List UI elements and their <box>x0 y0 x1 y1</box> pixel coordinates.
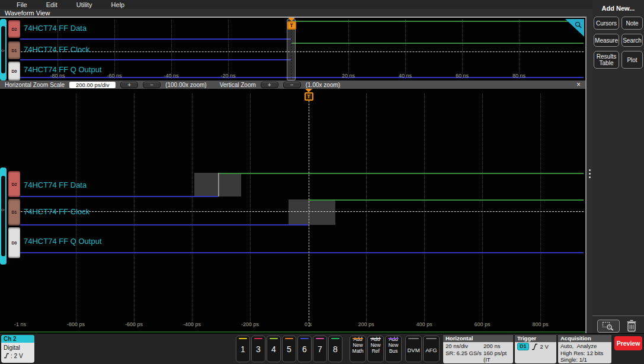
channel-1-button[interactable]: 1 <box>236 336 250 362</box>
dvm-stripe <box>408 338 419 339</box>
badge-d1[interactable]: D1 <box>8 41 20 59</box>
add-new-bus-button[interactable]: Add New Bus <box>385 336 402 362</box>
bus-line3: Bus <box>386 348 401 354</box>
dvm-label: DVM <box>406 347 421 353</box>
delete-button[interactable] <box>623 318 640 333</box>
vertical-zoom-plus-button[interactable]: + <box>261 82 278 88</box>
add-new-ref-button[interactable]: Add New Ref <box>367 336 384 362</box>
waveform-segment <box>20 38 291 40</box>
waveform-overview[interactable]: -80 ns-60 ns-40 ns-20 ns20 ns40 ns60 ns8… <box>0 17 585 80</box>
horizontal-zoom-minus-button[interactable]: − <box>143 82 161 88</box>
badge-d0[interactable]: D0 <box>8 62 20 80</box>
channel-7-button[interactable]: 7 <box>313 336 327 362</box>
channel-label-data-zoom[interactable]: 74HCT74 FF Data <box>24 181 86 189</box>
vertical-zoom-minus-button[interactable]: − <box>283 82 301 88</box>
zoom-scale-bar: Horizontal Zoom Scale 200.00 ps/div + − … <box>0 80 585 89</box>
channel-4-button[interactable]: 4 <box>267 336 281 362</box>
trigger-flag-zoom-t-icon: T <box>305 92 313 101</box>
horizontal-zoom-scale-label: Horizontal Zoom Scale <box>5 82 65 88</box>
horizontal-title: Horizontal <box>443 335 513 342</box>
acquisition-badge[interactable]: Acquisition Auto, Analyze High Res: 12 b… <box>558 335 611 363</box>
bus-line1: Add <box>386 336 401 342</box>
badge-d2[interactable]: D2 <box>8 20 20 38</box>
menu-file[interactable]: File <box>17 1 27 8</box>
trigger-source-chip: D1 <box>517 343 529 350</box>
ch2-title: Ch 2 <box>1 335 34 343</box>
channel-3-button[interactable]: 3 <box>251 336 265 362</box>
trigger-flag-zoom[interactable]: T <box>303 89 314 101</box>
waveform-segment <box>192 94 193 326</box>
measure-button[interactable]: Measure <box>594 34 619 47</box>
axis-tick-label: 0 s <box>305 321 312 327</box>
channel-label-data[interactable]: 74HCT74 FF Data <box>24 24 86 33</box>
trigger-badge[interactable]: Trigger D1 2 V <box>515 335 556 363</box>
axis-tick-label: -1 ns <box>14 321 26 327</box>
horizontal-zoom-scale-input[interactable]: 200.00 ps/div <box>69 82 116 88</box>
waveform-segment <box>18 211 584 212</box>
dvm-button[interactable]: DVM <box>405 336 422 362</box>
note-button[interactable]: Note <box>621 17 643 30</box>
channel-6-color-stripe <box>300 338 309 339</box>
waveform-zoom-view[interactable]: -1 ns-800 ps-600 ps-400 ps-200 ps0 s200 … <box>0 89 585 331</box>
badge-d2-zoom[interactable]: D2 <box>8 171 20 197</box>
horizontal-zoom-plus-button[interactable]: + <box>120 82 138 88</box>
channel-6-button[interactable]: 6 <box>297 336 312 362</box>
ref-line1: Add <box>368 336 383 342</box>
channel-label-qoutput-zoom[interactable]: 74HCT74 FF Q Output <box>24 237 102 246</box>
zoom-close-icon[interactable]: × <box>576 81 581 88</box>
menu-help[interactable]: Help <box>111 1 125 8</box>
badge-d1-zoom[interactable]: D1 <box>8 199 20 226</box>
tab-waveform-view[interactable]: Waveform View <box>5 9 50 17</box>
channel-label-clock[interactable]: 74HCT74 FF Clock <box>24 45 89 54</box>
search-button[interactable]: Search <box>621 34 643 47</box>
oscilloscope-app: File Edit Utility Help Waveform View -80… <box>0 0 644 364</box>
channel-label-clock-zoom[interactable]: 74HCT74 FF Clock <box>24 207 89 216</box>
acquisition-title: Acquisition <box>558 335 611 342</box>
trigger-flag-t-icon: T <box>287 21 296 30</box>
menu-bar: File Edit Utility Help <box>0 0 592 9</box>
plot-button[interactable]: Plot <box>621 51 643 69</box>
afg-button[interactable]: AFG <box>423 336 440 362</box>
axis-tick-label: 200 ps <box>358 321 374 327</box>
horizontal-badge[interactable]: Horizontal 20 ns/div 200 ns SR: 6.25 GS/… <box>443 335 513 363</box>
channel-group-handle-zoom[interactable] <box>0 167 7 265</box>
add-new-math-button[interactable]: Add New Math <box>350 336 366 362</box>
axis-tick-label: 60 ns <box>456 73 469 79</box>
channel-1-color-stripe <box>239 338 247 339</box>
zoom-mode-button[interactable] <box>597 320 620 333</box>
axis-tick-label: 40 ns <box>399 73 412 79</box>
channel-8-color-stripe <box>331 338 339 339</box>
cursors-button[interactable]: Cursors <box>594 17 619 30</box>
badge-d0-zoom[interactable]: D0 <box>8 227 20 258</box>
axis-tick-label: -800 ps <box>67 321 85 327</box>
waveform-segment <box>134 94 134 326</box>
channel-5-button[interactable]: 5 <box>282 336 296 362</box>
waveform-segment <box>289 199 335 225</box>
menu-edit[interactable]: Edit <box>46 1 57 8</box>
add-new-title: Add New... <box>592 5 644 12</box>
preview-button[interactable]: Preview <box>614 336 642 350</box>
menu-utility[interactable]: Utility <box>76 1 92 8</box>
vertical-zoom-readout: (1.00x zoom) <box>306 82 340 88</box>
waveform-segment <box>462 20 463 79</box>
waveform-segment <box>20 224 309 226</box>
axis-tick-label: -60 ns <box>107 73 121 79</box>
waveform-segment <box>20 196 218 197</box>
waveform-segment <box>218 173 219 197</box>
waveform-segment <box>291 21 584 22</box>
results-table-button[interactable]: Results Table <box>594 51 619 69</box>
panel-splitter[interactable] <box>585 17 592 333</box>
trigger-flag-overview[interactable]: T <box>286 18 297 30</box>
waveform-segment <box>424 94 425 326</box>
math-line1: Add <box>350 336 366 342</box>
bus-line2: New <box>386 342 401 348</box>
channel-7-color-stripe <box>316 338 324 339</box>
ch2-badge[interactable]: Ch 2 Digital : 2 V <box>1 335 34 363</box>
settings-bar: Ch 2 Digital : 2 V 1 3 4 5 6 7 8 Add New… <box>0 333 644 364</box>
add-new-button-grid: Cursors Note Measure Search Results Tabl… <box>594 17 643 69</box>
channel-label-qoutput[interactable]: 74HCT74 FF Q Output <box>24 65 102 74</box>
threshold-edge-icon <box>4 353 9 359</box>
trigger-level: 2 V <box>540 343 549 350</box>
channel-8-button[interactable]: 8 <box>328 336 342 362</box>
badge-d1-label: D1 <box>12 49 17 53</box>
